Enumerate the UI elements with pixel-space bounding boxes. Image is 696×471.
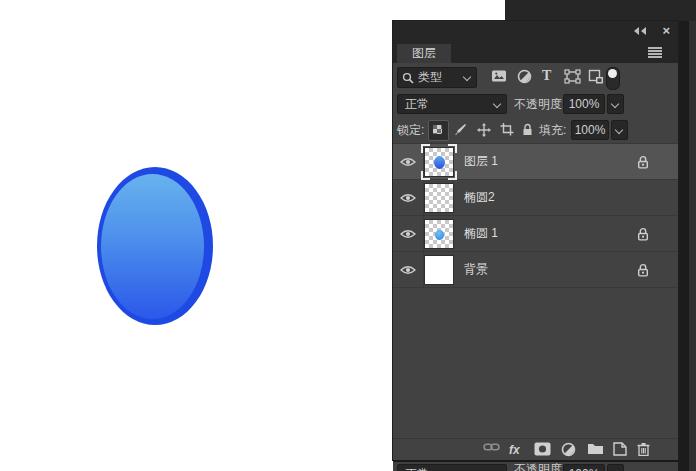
layer-thumbnail[interactable] bbox=[424, 147, 454, 177]
layer-row-tuoyuan2[interactable]: 椭圆2 bbox=[393, 180, 678, 216]
layers-panel: × 图层 类型 T bbox=[393, 21, 678, 460]
filter-adjustment-layers-icon[interactable] bbox=[517, 69, 535, 86]
filter-toggle-switch[interactable] bbox=[606, 67, 620, 90]
layer-name[interactable]: 图层 1 bbox=[464, 144, 498, 179]
search-icon bbox=[402, 72, 414, 84]
chevron-down-icon bbox=[463, 73, 471, 81]
blend-mode-row: 正常 不透明度: 100% bbox=[393, 91, 678, 117]
dock-edge bbox=[689, 21, 696, 471]
layer-thumbnail[interactable] bbox=[424, 219, 454, 249]
canvas-ellipse-gradient bbox=[101, 174, 204, 319]
collapse-panel-icon[interactable] bbox=[634, 27, 648, 35]
lock-transparent-pixels-button[interactable] bbox=[428, 120, 449, 141]
lock-artboard-icon[interactable] bbox=[500, 123, 515, 138]
layer-name[interactable]: 椭圆2 bbox=[464, 180, 495, 215]
toggle-knob bbox=[608, 69, 617, 78]
lock-icon bbox=[637, 227, 649, 241]
canvas-blue-ellipse bbox=[97, 167, 213, 325]
checkerboard-icon bbox=[433, 125, 442, 134]
layer-thumbnail[interactable] bbox=[424, 183, 454, 213]
delete-layer-trash-icon[interactable] bbox=[637, 442, 655, 458]
opacity-dropdown-button[interactable] bbox=[607, 94, 624, 114]
layer-row-background[interactable]: 背景 bbox=[393, 252, 678, 288]
layer-name[interactable]: 椭圆 1 bbox=[464, 216, 498, 251]
tab-layers[interactable]: 图层 bbox=[397, 44, 451, 63]
thumbnail-dot bbox=[435, 230, 444, 240]
lock-image-pixels-brush-icon[interactable] bbox=[454, 123, 469, 138]
opacity-dropdown-button[interactable] bbox=[607, 464, 624, 471]
eye-icon bbox=[400, 265, 416, 275]
lock-label: 锁定: bbox=[397, 117, 424, 143]
blend-mode-value: 正常 bbox=[405, 465, 429, 471]
opacity-label: 不透明度: bbox=[514, 91, 565, 117]
panel-titlebar: × bbox=[393, 21, 678, 41]
filter-type-layers-icon[interactable]: T bbox=[542, 68, 560, 85]
opacity-value-field[interactable]: 100% bbox=[563, 94, 605, 114]
lock-icon bbox=[637, 155, 649, 169]
blend-mode-dropdown-partial[interactable]: 正常 bbox=[397, 464, 507, 471]
visibility-toggle[interactable] bbox=[393, 252, 424, 287]
fill-label: 填充: bbox=[539, 117, 566, 143]
lock-row: 锁定: 填充: 100% bbox=[393, 117, 678, 143]
eye-icon bbox=[400, 157, 416, 167]
fill-value-field[interactable]: 100% bbox=[571, 120, 609, 140]
filter-shape-layers-icon[interactable] bbox=[564, 69, 582, 86]
layer-name[interactable]: 背景 bbox=[464, 252, 488, 287]
layer-row-tuoyuan1[interactable]: 椭圆 1 bbox=[393, 216, 678, 252]
app-background-strip bbox=[505, 0, 696, 21]
panel-menu-icon[interactable] bbox=[648, 46, 662, 58]
new-group-folder-icon[interactable] bbox=[587, 442, 605, 458]
filter-smart-objects-icon[interactable] bbox=[588, 69, 606, 86]
eye-icon bbox=[400, 193, 416, 203]
filter-pixel-layers-icon[interactable] bbox=[491, 69, 509, 86]
layer-effects-icon[interactable]: fx bbox=[509, 442, 527, 458]
blend-mode-dropdown[interactable]: 正常 bbox=[397, 94, 507, 114]
blend-mode-value: 正常 bbox=[405, 95, 429, 113]
visibility-toggle[interactable] bbox=[393, 144, 424, 179]
filter-kind-label: 类型 bbox=[418, 68, 442, 87]
layer-thumbnail[interactable] bbox=[424, 255, 454, 285]
thumbnail-ellipse bbox=[434, 156, 445, 169]
filter-row: 类型 T bbox=[393, 63, 678, 91]
lock-icon bbox=[637, 263, 649, 277]
chevron-down-icon bbox=[611, 100, 619, 108]
selection-corner bbox=[421, 171, 430, 180]
visibility-toggle[interactable] bbox=[393, 216, 424, 251]
opacity-value-field[interactable]: 100% bbox=[563, 464, 605, 471]
docked-panel-partial: 正常 不透明度: 100% bbox=[393, 460, 678, 471]
lock-position-move-icon[interactable] bbox=[477, 123, 492, 138]
selection-corner bbox=[421, 144, 430, 153]
fill-dropdown-button[interactable] bbox=[611, 120, 628, 140]
new-adjustment-layer-icon[interactable] bbox=[561, 442, 579, 458]
filter-kind-dropdown[interactable]: 类型 bbox=[397, 67, 477, 88]
eye-icon bbox=[400, 229, 416, 239]
new-layer-icon[interactable] bbox=[613, 442, 631, 458]
chevron-down-icon bbox=[615, 126, 623, 134]
panel-dock-gap bbox=[678, 21, 689, 471]
layer-row-tuceng1[interactable]: 图层 1 bbox=[393, 144, 678, 180]
lock-all-padlock-icon[interactable] bbox=[522, 123, 537, 138]
selection-corner bbox=[448, 144, 457, 153]
link-layers-icon[interactable] bbox=[483, 442, 501, 458]
chevron-down-icon bbox=[493, 100, 501, 108]
visibility-toggle[interactable] bbox=[393, 180, 424, 215]
opacity-label: 不透明度: bbox=[514, 460, 565, 471]
panel-tabstrip: 图层 bbox=[393, 41, 678, 63]
selection-corner bbox=[448, 171, 457, 180]
application-window: × 图层 类型 T bbox=[0, 0, 696, 471]
close-panel-icon[interactable]: × bbox=[662, 23, 670, 39]
panel-bottom-toolbar: fx bbox=[393, 438, 678, 460]
add-layer-mask-icon[interactable] bbox=[534, 442, 552, 458]
